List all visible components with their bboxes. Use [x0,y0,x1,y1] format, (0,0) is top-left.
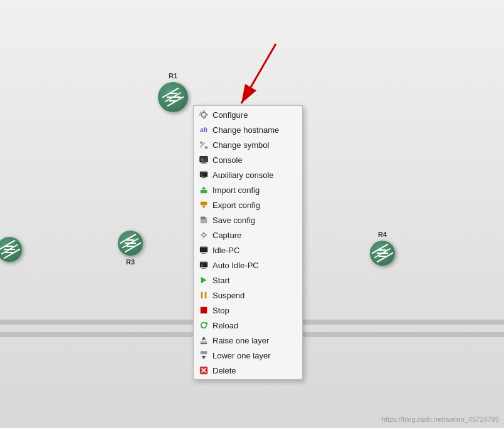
router-r4-label: R4 [378,231,387,238]
menu-raise-layer[interactable]: Raise one layer [194,333,302,348]
router-r4[interactable]: R4 [370,231,395,266]
idle-pc-icon [199,245,209,255]
menu-capture[interactable]: Capture [194,227,302,243]
lower-layer-icon [199,350,209,360]
auto-idle-pc-label: Auto Idle-PC [213,261,259,270]
router-partial [0,237,22,262]
router-r3-label: R3 [126,258,135,266]
svg-marker-27 [202,187,206,189]
router-partial-icon [0,237,22,262]
svg-marker-44 [201,277,207,284]
svg-text:>_: >_ [201,157,206,162]
svg-rect-50 [201,343,207,344]
menu-export-config[interactable]: Export config [194,197,302,212]
svg-text:A: A [201,264,203,267]
svg-point-32 [202,233,205,236]
menu-change-hostname[interactable]: ab Change hostname [194,122,302,137]
svg-rect-25 [202,177,205,179]
capture-label: Capture [213,231,241,240]
stop-label: Stop [213,306,229,315]
router-r1-icon [158,82,188,112]
router-r3[interactable]: R3 [118,231,143,266]
svg-marker-54 [202,356,206,359]
reload-icon [199,320,209,330]
export-config-label: Export config [213,201,260,210]
configure-icon [199,110,209,120]
menu-suspend[interactable]: Suspend [194,288,302,303]
raise-layer-label: Raise one layer [213,336,269,345]
menu-delete[interactable]: Delete [194,363,302,378]
save-icon [199,215,209,225]
menu-auto-idle-pc[interactable]: A Auto Idle-PC [194,258,302,273]
save-config-label: Save config [213,216,255,225]
menu-lower-layer[interactable]: Lower one layer [194,348,302,363]
svg-rect-52 [201,353,207,355]
svg-marker-48 [206,322,209,325]
svg-rect-28 [201,202,207,205]
svg-text:>_: >_ [201,173,204,177]
start-label: Start [213,276,229,285]
svg-rect-38 [202,253,206,254]
menu-start[interactable]: Start [194,273,302,288]
svg-line-14 [241,44,276,103]
suspend-icon [199,290,209,300]
change-symbol-label: Change symbol [213,140,269,150]
auto-idle-pc-icon: A [199,260,209,270]
svg-rect-21 [201,163,207,164]
svg-rect-45 [201,292,203,299]
idle-pc-label: Idle-PC [213,246,239,255]
svg-rect-26 [201,190,207,193]
svg-rect-53 [201,352,207,353]
menu-idle-pc[interactable]: Idle-PC [194,243,302,258]
start-icon [199,275,209,285]
delete-icon [199,365,209,375]
reload-label: Reload [213,321,238,330]
svg-rect-49 [201,342,207,343]
import-icon [199,185,209,195]
svg-rect-42 [200,262,207,263]
capture-icon [199,230,209,240]
hostname-icon: ab [199,125,209,135]
watermark: https://blog.csdn.net/weixin_45724795 [382,415,499,423]
menu-save-config[interactable]: Save config [194,212,302,227]
canvas: R1 R3 R4 [0,0,504,428]
router-r4-icon [370,241,395,266]
menu-stop[interactable]: Stop [194,303,302,318]
menu-change-symbol[interactable]: Change symbol [194,137,302,152]
svg-marker-3 [178,96,182,98]
svg-rect-31 [202,217,203,219]
svg-marker-29 [202,206,206,208]
suspend-label: Suspend [213,291,244,300]
svg-rect-41 [202,268,206,269]
menu-aux-console[interactable]: >_ Auxiliary console [194,167,302,182]
console-label: Console [213,155,243,165]
stop-icon [199,305,209,315]
svg-rect-20 [202,162,205,164]
router-r1[interactable]: R1 [158,72,188,112]
export-icon [199,200,209,210]
menu-reload[interactable]: Reload [194,318,302,333]
svg-rect-16 [205,147,207,149]
symbol-icon [199,140,209,150]
raise-layer-icon [199,335,209,345]
context-menu: Configure ab Change hostname Change symb… [193,105,303,380]
menu-console[interactable]: >_ Console [194,152,302,167]
svg-marker-51 [202,337,206,340]
svg-rect-46 [205,292,207,299]
aux-console-label: Auxiliary console [213,170,274,180]
console-icon: >_ [199,155,209,165]
import-config-label: Import config [213,185,260,195]
router-r3-icon [118,231,143,256]
aux-console-icon: >_ [199,170,209,180]
change-hostname-label: Change hostname [213,125,279,135]
delete-label: Delete [213,366,236,375]
lower-layer-label: Lower one layer [213,351,271,360]
router-r1-label: R1 [169,72,177,80]
configure-label: Configure [213,110,248,120]
svg-rect-47 [201,307,207,314]
svg-rect-39 [200,247,207,248]
menu-import-config[interactable]: Import config [194,182,302,197]
menu-configure[interactable]: Configure [194,107,302,122]
